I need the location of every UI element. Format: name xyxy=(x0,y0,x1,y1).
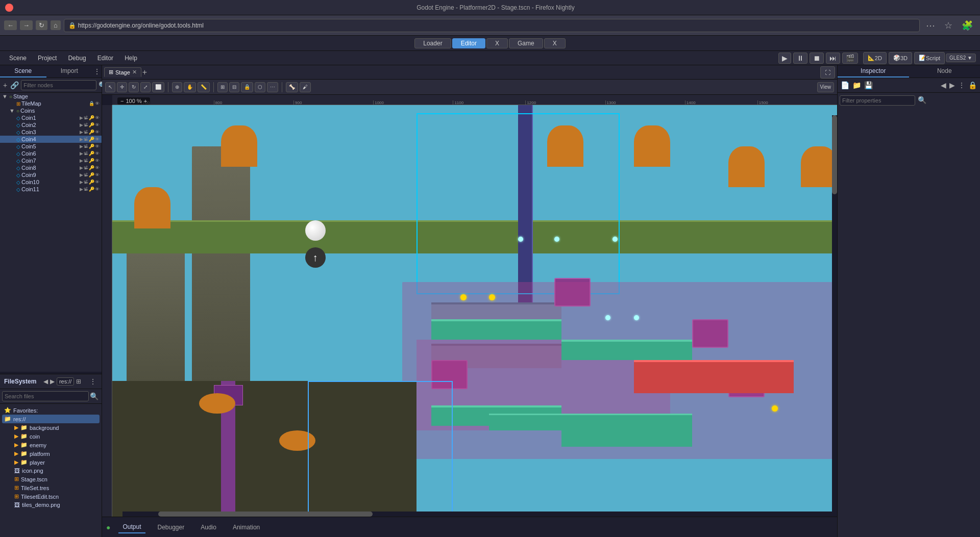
tilemap-vis-icon[interactable]: 👁 xyxy=(95,101,100,106)
coin7-vis[interactable]: 👁 xyxy=(95,158,100,163)
extensions-button[interactable]: 🧩 xyxy=(959,19,976,32)
coin6-a3[interactable]: 🔑 xyxy=(89,151,94,156)
coin8-a1[interactable]: ▶ xyxy=(80,165,83,170)
debugger-tab[interactable]: Debugger xyxy=(154,522,189,533)
inspector-folder-icon[interactable]: 📁 xyxy=(851,80,862,90)
close-stage-tab[interactable]: ✕ xyxy=(132,69,137,75)
game-canvas[interactable]: ↑ xyxy=(112,105,837,517)
coin1-action2[interactable]: 📽 xyxy=(84,115,88,120)
scene-panel-menu[interactable]: ⋮ xyxy=(92,65,102,78)
fs-item-enemy[interactable]: ▶ 📁 enemy xyxy=(2,441,100,449)
fs-layout-button[interactable]: ⊞ xyxy=(76,378,81,385)
fs-item-stage[interactable]: ⊞ Stage.tscn xyxy=(2,475,100,483)
address-bar[interactable]: 🔒 https://godotengine.org/online/godot.t… xyxy=(64,19,920,32)
coin4-a2[interactable]: 📽 xyxy=(84,137,88,142)
coin9-a1[interactable]: ▶ xyxy=(80,172,83,177)
coin1-action3[interactable]: 🔑 xyxy=(89,115,94,120)
node-tab[interactable]: Node xyxy=(909,65,981,78)
loader-tab[interactable]: Loader xyxy=(414,38,451,48)
coin9-vis[interactable]: 👁 xyxy=(95,172,100,177)
view-button[interactable]: View xyxy=(817,82,835,92)
tree-node-coin6[interactable]: ◇ Coin6 ▶📽🔑👁 xyxy=(0,150,102,157)
coin11-a1[interactable]: ▶ xyxy=(80,187,83,192)
add-viewport-tab[interactable]: + xyxy=(142,68,147,77)
pivot-tool[interactable]: ⊕ xyxy=(172,82,182,92)
play-button[interactable]: ▶ xyxy=(778,53,791,64)
coin11-vis[interactable]: 👁 xyxy=(95,187,100,192)
tree-node-stage[interactable]: ▼ ○ Stage xyxy=(0,93,102,100)
filter-nodes-input[interactable] xyxy=(21,80,96,90)
view-2d-button[interactable]: 📐 2D xyxy=(863,52,887,64)
paint-tool[interactable]: 🖌 xyxy=(300,82,311,92)
inspector-history[interactable]: ⋮ xyxy=(957,80,966,90)
coin10-a1[interactable]: ▶ xyxy=(80,180,83,185)
coin9-a3[interactable]: 🔑 xyxy=(89,172,94,177)
h-scrollbar[interactable] xyxy=(122,512,837,517)
coin3-a1[interactable]: ▶ xyxy=(80,130,83,135)
home-button[interactable]: ⌂ xyxy=(51,20,61,30)
zoom-minus[interactable]: − xyxy=(120,98,124,104)
audio-tab[interactable]: Audio xyxy=(197,522,220,533)
coin5-a2[interactable]: 📽 xyxy=(84,144,88,149)
add-node-button[interactable]: + xyxy=(2,80,8,90)
help-menu[interactable]: Help xyxy=(119,54,142,63)
fs-item-tiles-demo[interactable]: 🖼 tiles_demo.png xyxy=(2,501,100,509)
animation-tab[interactable]: Animation xyxy=(229,522,264,533)
editor-tab[interactable]: Editor xyxy=(452,38,485,48)
coin5-a3[interactable]: 🔑 xyxy=(89,144,94,149)
inspector-back[interactable]: ◀ xyxy=(940,80,947,90)
fs-back-button[interactable]: ◀ xyxy=(43,378,48,385)
coin8-a2[interactable]: 📽 xyxy=(84,165,88,170)
browser-close-btn[interactable] xyxy=(5,4,13,12)
snap-tool[interactable]: ⊞ xyxy=(217,82,228,92)
coin1-vis[interactable]: 👁 xyxy=(95,115,100,120)
coin6-a1[interactable]: ▶ xyxy=(80,151,83,156)
fs-search-input[interactable] xyxy=(2,391,89,401)
coin10-a2[interactable]: 📽 xyxy=(84,180,88,185)
h-scrollbar-thumb[interactable] xyxy=(158,512,373,517)
v-scrollbar[interactable] xyxy=(832,115,837,512)
fs-forward-button[interactable]: ▶ xyxy=(50,378,55,385)
inspector-lock[interactable]: 🔒 xyxy=(967,80,978,90)
editor-menu[interactable]: Editor xyxy=(92,54,118,63)
group-tool[interactable]: ⬡ xyxy=(255,82,265,92)
filesystem-menu[interactable]: ⋮ xyxy=(88,376,97,387)
lock-tool[interactable]: 🔒 xyxy=(241,82,253,92)
zoom-plus[interactable]: + xyxy=(144,98,147,104)
fs-item-platform[interactable]: ▶ 📁 platform xyxy=(2,449,100,458)
tree-node-coins[interactable]: ▼ ○ Coins xyxy=(0,107,102,114)
coin2-vis[interactable]: 👁 xyxy=(95,122,100,127)
fs-path[interactable]: res:// xyxy=(57,377,74,386)
coin6-vis[interactable]: 👁 xyxy=(95,151,100,156)
tree-node-coin11[interactable]: ◇ Coin11 ▶📽🔑👁 xyxy=(0,186,102,193)
inspector-search-icon[interactable]: 🔍 xyxy=(917,95,927,105)
scene-tab[interactable]: Scene xyxy=(0,65,46,78)
coin7-a3[interactable]: 🔑 xyxy=(89,158,94,163)
coin1-action1[interactable]: ▶ xyxy=(80,115,83,120)
more-tool[interactable]: ⋯ xyxy=(267,82,278,92)
coin2-action2[interactable]: 📽 xyxy=(84,122,88,127)
coin10-vis[interactable]: 👁 xyxy=(95,180,100,185)
tree-node-coin2[interactable]: ◇ Coin2 ▶ 📽 🔑 👁 xyxy=(0,121,102,129)
tree-node-coin9[interactable]: ◇ Coin9 ▶📽🔑👁 xyxy=(0,171,102,178)
fs-item-tilesetedit[interactable]: ⊞ TilesetEdit.tscn xyxy=(2,492,100,501)
coin8-vis[interactable]: 👁 xyxy=(95,165,100,170)
coin6-a2[interactable]: 📽 xyxy=(84,151,88,156)
project-menu[interactable]: Project xyxy=(33,54,62,63)
tree-node-coin8[interactable]: ◇ Coin8 ▶📽🔑👁 xyxy=(0,164,102,171)
view-3d-button[interactable]: 🎲 3D xyxy=(889,52,912,64)
inspector-file-icon[interactable]: 📄 xyxy=(840,80,850,90)
fs-item-icon[interactable]: 🖼 icon.png xyxy=(2,467,100,475)
inspector-save-icon[interactable]: 💾 xyxy=(863,80,874,90)
scale-tool[interactable]: ⤢ xyxy=(140,82,151,92)
coin5-a1[interactable]: ▶ xyxy=(80,144,83,149)
stop-button[interactable]: ⏹ xyxy=(810,53,824,64)
pause-button[interactable]: ⏸ xyxy=(793,53,807,64)
script-button[interactable]: 📝 Script xyxy=(914,52,945,64)
tree-node-coin3[interactable]: ◇ Coin3 ▶ 📽 🔑 👁 xyxy=(0,129,102,136)
coin11-a3[interactable]: 🔑 xyxy=(89,187,94,192)
coin3-a2[interactable]: 📽 xyxy=(84,130,88,135)
tree-node-coin4[interactable]: ◇ Coin4 ▶ 📽 🔑 👁 xyxy=(0,136,102,143)
tree-node-coin7[interactable]: ◇ Coin7 ▶📽🔑👁 xyxy=(0,157,102,164)
coin2-action3[interactable]: 🔑 xyxy=(89,122,94,127)
